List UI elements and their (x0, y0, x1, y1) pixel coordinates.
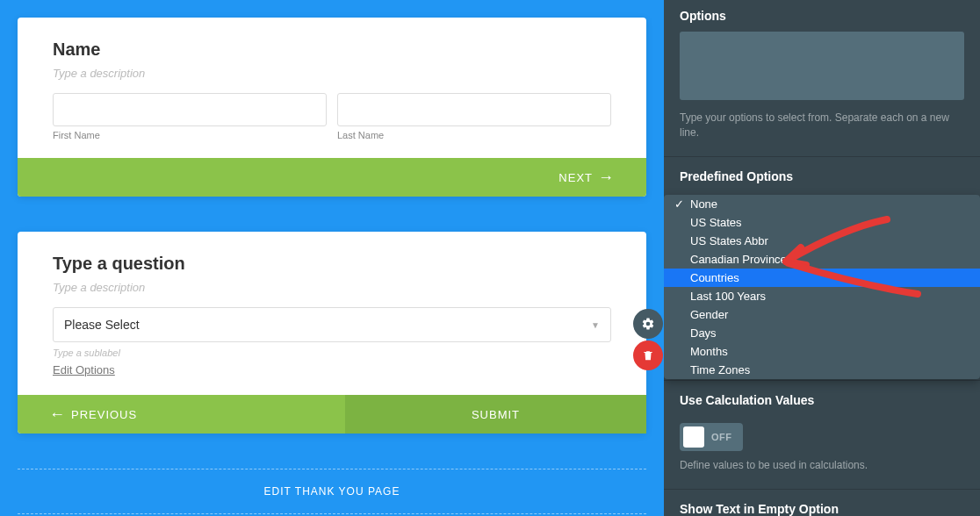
submit-button[interactable]: SUBMIT (345, 395, 646, 434)
trash-icon[interactable] (633, 340, 663, 370)
gear-icon[interactable] (633, 309, 663, 339)
form-canvas: Name Type a description First Name Last … (0, 0, 664, 516)
predefined-title: Predefined Options (680, 169, 964, 183)
question-title[interactable]: Type a question (53, 254, 611, 274)
name-title: Name (53, 39, 611, 60)
next-button[interactable]: NEXT → (18, 158, 646, 197)
previous-button[interactable]: ← PREVIOUS (18, 395, 345, 434)
dropdown-item[interactable]: Days (664, 324, 980, 342)
edit-options-link[interactable]: Edit Options (53, 363, 115, 376)
question-desc[interactable]: Type a description (53, 281, 611, 294)
dropdown-item[interactable]: Canadian Provinces (664, 250, 980, 269)
dropdown-item[interactable]: US States Abbr (664, 232, 980, 250)
chevron-down-icon: ▼ (591, 320, 600, 330)
calc-toggle[interactable]: OFF (680, 423, 743, 451)
options-help: Type your options to select from. Separa… (680, 111, 964, 140)
dropdown-item[interactable]: Months (664, 342, 980, 361)
dropdown-item[interactable]: Gender (664, 305, 980, 324)
sublabel[interactable]: Type a sublabel (53, 348, 611, 358)
last-name-label: Last Name (337, 130, 611, 140)
dropdown-select[interactable]: Please Select ▼ (53, 307, 611, 342)
options-title: Options (680, 9, 964, 23)
dropdown-item[interactable]: US States (664, 213, 980, 232)
arrow-right-icon: → (598, 168, 615, 187)
first-name-label: First Name (53, 130, 327, 140)
calc-title: Use Calculation Values (680, 393, 964, 407)
dropdown-item[interactable]: Countries (664, 269, 980, 287)
empty-title: Show Text in Empty Option (680, 502, 964, 516)
predefined-dropdown[interactable]: NoneUS StatesUS States AbbrCanadian Prov… (664, 195, 980, 379)
question-card[interactable]: Type a question Type a description Pleas… (18, 232, 646, 434)
dropdown-item[interactable]: Time Zones (664, 361, 980, 379)
arrow-left-icon: ← (49, 405, 66, 424)
dropdown-item[interactable]: None (664, 195, 980, 213)
edit-thankyou-link[interactable]: EDIT THANK YOU PAGE (18, 469, 646, 514)
toggle-knob (683, 426, 704, 448)
calc-help: Define values to be used in calculations… (680, 458, 964, 473)
name-desc[interactable]: Type a description (53, 67, 611, 80)
name-card: Name Type a description First Name Last … (18, 18, 646, 197)
options-textarea[interactable] (680, 32, 964, 100)
first-name-input[interactable] (53, 93, 327, 126)
toggle-label: OFF (711, 432, 739, 442)
select-placeholder: Please Select (64, 318, 140, 332)
properties-sidebar: Options Type your options to select from… (664, 0, 980, 516)
dropdown-item[interactable]: Last 100 Years (664, 287, 980, 305)
last-name-input[interactable] (337, 93, 611, 126)
